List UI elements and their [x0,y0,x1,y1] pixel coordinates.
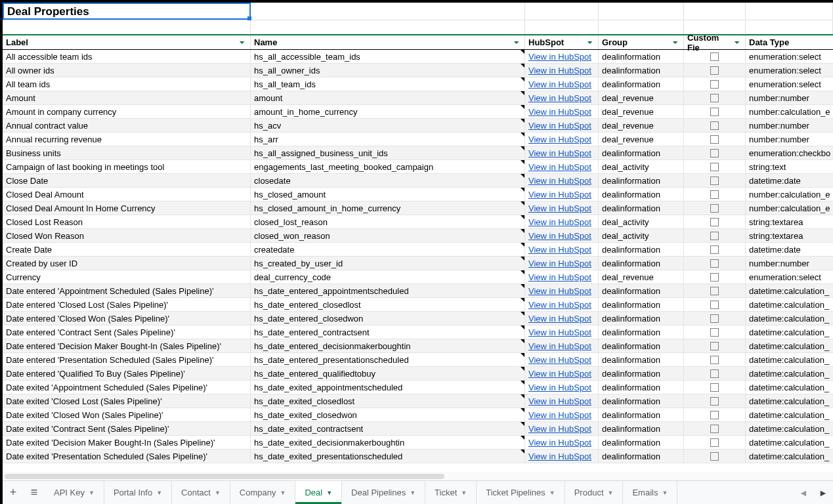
cell-custom[interactable] [684,119,746,132]
cell-hubspot[interactable]: View in HubSpot [525,64,599,77]
cell-hubspot[interactable]: View in HubSpot [525,422,599,435]
cell-group[interactable]: dealinformation [599,146,684,159]
cell-custom[interactable] [684,77,746,91]
cell-label[interactable]: Closed Deal Amount [3,188,251,201]
view-in-hubspot-link[interactable]: View in HubSpot [528,217,591,227]
checkbox-icon[interactable] [710,259,719,268]
cell-label[interactable]: Date entered 'Decision Maker Bought-In (… [3,339,251,352]
header-group[interactable]: Group▼ [599,35,684,49]
view-in-hubspot-link[interactable]: View in HubSpot [528,438,591,448]
view-in-hubspot-link[interactable]: View in HubSpot [528,327,591,337]
cell-datatype[interactable]: string:text [746,160,833,173]
table-row[interactable]: Date entered 'Appointment Scheduled (Sal… [3,284,833,298]
cell-label[interactable]: Date entered 'Appointment Scheduled (Sal… [3,284,251,297]
cell-label[interactable]: Annual contract value [3,119,251,132]
cell-datatype[interactable]: datetime:calculation_ [746,408,833,421]
cell-datatype[interactable]: datetime:calculation_ [746,367,833,380]
filter-icon[interactable]: ▼ [733,40,742,45]
cell-label[interactable]: Date entered 'Qualified To Buy (Sales Pi… [3,367,251,380]
checkbox-icon[interactable] [710,80,719,89]
cell-hubspot[interactable]: View in HubSpot [525,133,599,146]
cell-custom[interactable] [684,229,746,242]
sheet-tab[interactable]: Deal Pipelines▼ [342,481,425,504]
view-in-hubspot-link[interactable]: View in HubSpot [528,369,591,379]
table-row[interactable]: Date exited 'Decision Maker Bought-In (S… [3,436,833,450]
checkbox-icon[interactable] [710,108,719,116]
view-in-hubspot-link[interactable]: View in HubSpot [528,52,591,62]
chevron-down-icon[interactable]: ▼ [89,490,95,496]
cell-group[interactable]: dealinformation [599,381,684,394]
cell-datatype[interactable]: datetime:calculation_ [746,353,833,366]
cell-group[interactable]: dealinformation [599,326,684,339]
table-row[interactable]: Closed Won Reasonclosed_won_reasonView i… [3,229,833,243]
cell-datatype[interactable]: number:number [746,91,833,104]
cell-hubspot[interactable]: View in HubSpot [525,174,599,187]
cell-name[interactable]: hs_created_by_user_id [251,257,525,270]
cell-custom[interactable] [684,450,746,463]
cell-datatype[interactable]: enumeration:checkbo [746,146,833,159]
checkbox-icon[interactable] [710,190,719,199]
checkbox-icon[interactable] [710,328,719,337]
cell-hubspot[interactable]: View in HubSpot [525,105,599,118]
cell-label[interactable]: All owner ids [3,64,251,77]
cell-custom[interactable] [684,133,746,146]
cell-datatype[interactable]: datetime:calculation_ [746,326,833,339]
cell-custom[interactable] [684,215,746,228]
view-in-hubspot-link[interactable]: View in HubSpot [528,107,591,117]
table-row[interactable]: Amount in company currencyamount_in_home… [3,105,833,119]
chevron-down-icon[interactable]: ▼ [156,490,162,496]
cell-name[interactable]: hs_date_entered_qualifiedtobuy [251,367,525,380]
cell-name[interactable]: hs_date_entered_decisionmakerboughtin [251,339,525,352]
checkbox-icon[interactable] [710,383,719,392]
cell-custom[interactable] [684,367,746,380]
cell-name[interactable]: createdate [251,243,525,256]
cell-hubspot[interactable]: View in HubSpot [525,284,599,297]
view-in-hubspot-link[interactable]: View in HubSpot [528,452,591,461]
cell-hubspot[interactable]: View in HubSpot [525,326,599,339]
cell-label[interactable]: Date exited 'Closed Won (Sales Pipeline)… [3,408,251,421]
cell-group[interactable]: dealinformation [599,77,684,91]
cell-group[interactable]: deal_revenue [599,133,684,146]
cell-group[interactable]: dealinformation [599,450,684,463]
cell-label[interactable]: Date entered 'Contract Sent (Sales Pipel… [3,326,251,339]
cell-label[interactable]: Annual recurring revenue [3,133,251,146]
cell-group[interactable]: deal_activity [599,160,684,173]
checkbox-icon[interactable] [710,425,719,433]
cell-hubspot[interactable]: View in HubSpot [525,381,599,394]
cell-name[interactable]: hs_date_exited_appointmentscheduled [251,381,525,394]
cell-label[interactable]: All team ids [3,77,251,91]
cell-hubspot[interactable]: View in HubSpot [525,312,599,325]
horizontal-scrollbar[interactable] [3,472,833,480]
cell-datatype[interactable]: datetime:calculation_ [746,381,833,394]
cell-name[interactable]: closed_lost_reason [251,215,525,228]
cell-custom[interactable] [684,312,746,325]
checkbox-icon[interactable] [710,163,719,171]
cell-label[interactable]: Business units [3,146,251,159]
cell-datatype[interactable]: datetime:calculation_ [746,339,833,352]
view-in-hubspot-link[interactable]: View in HubSpot [528,410,591,420]
cell-label[interactable]: Create Date [3,243,251,256]
cell-group[interactable]: dealinformation [599,339,684,352]
scrollbar-thumb[interactable] [5,474,444,479]
chevron-down-icon[interactable]: ▼ [549,490,555,496]
sheet-tab[interactable]: Product▼ [565,481,624,504]
cell-hubspot[interactable]: View in HubSpot [525,353,599,366]
view-in-hubspot-link[interactable]: View in HubSpot [528,424,591,434]
cell-custom[interactable] [684,284,746,297]
view-in-hubspot-link[interactable]: View in HubSpot [528,190,591,200]
table-row[interactable]: Date entered 'Qualified To Buy (Sales Pi… [3,367,833,381]
cell-hubspot[interactable]: View in HubSpot [525,339,599,352]
view-in-hubspot-link[interactable]: View in HubSpot [528,176,591,186]
view-in-hubspot-link[interactable]: View in HubSpot [528,231,591,241]
filter-icon[interactable]: ▼ [512,40,521,45]
checkbox-icon[interactable] [710,94,719,102]
cell-name[interactable]: hs_all_owner_ids [251,64,525,77]
cell-name[interactable]: amount_in_home_currency [251,105,525,118]
cell-hubspot[interactable]: View in HubSpot [525,201,599,215]
cell-group[interactable]: deal_revenue [599,270,684,284]
cell-datatype[interactable]: string:textarea [746,229,833,242]
checkbox-icon[interactable] [710,438,719,447]
cell-datatype[interactable]: number:calculation_e [746,105,833,118]
cell-label[interactable]: Closed Lost Reason [3,215,251,228]
cell-name[interactable]: hs_date_exited_presentationscheduled [251,450,525,463]
